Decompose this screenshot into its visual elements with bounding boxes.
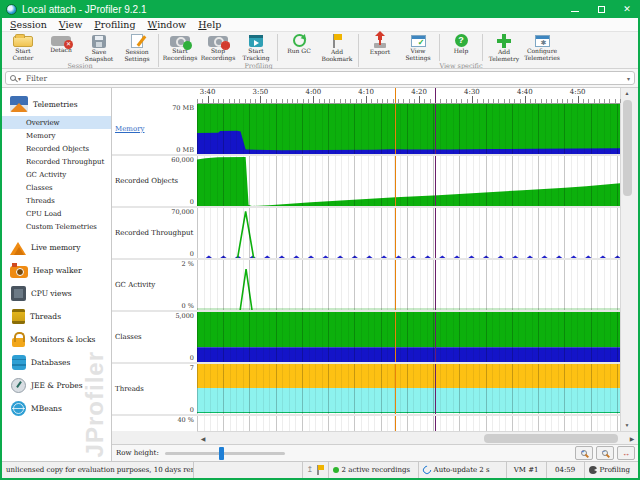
fit-timeline-button[interactable]: ↔ — [617, 446, 635, 460]
pin-icon[interactable]: ↥ — [307, 466, 314, 474]
sidebar-item-recorded-objects[interactable]: Recorded Objects — [2, 142, 111, 155]
menu-window[interactable]: Window — [142, 19, 193, 30]
maximize-button[interactable] — [588, 0, 614, 18]
toolbar-button-label: Save Snapshot — [80, 49, 118, 62]
toolbar-button-label: Add Bookmark — [318, 49, 356, 62]
sidebar-item-databases[interactable]: Databases — [2, 351, 111, 374]
sidebar-item-jee-probes[interactable]: JEE & Probes — [2, 374, 111, 397]
horizontal-scroll-track[interactable] — [209, 434, 626, 443]
vertical-scrollbar[interactable]: ▲ ▼ — [620, 88, 633, 431]
axis-major-tick — [208, 96, 209, 103]
minimize-button[interactable] — [562, 0, 588, 18]
chart-plot-memory[interactable] — [197, 104, 620, 154]
sidebar-item-heap-walker[interactable]: Heap walker — [2, 259, 111, 282]
horizontal-scrollbar[interactable]: ◀ ▶ — [197, 431, 638, 444]
axis-minor-tick — [414, 99, 415, 103]
toolbar-detach-button[interactable]: Detach — [42, 33, 80, 62]
vertical-scroll-thumb[interactable] — [623, 100, 632, 196]
toolbar-session-settings-button[interactable]: Session Settings — [118, 33, 156, 62]
toolbar-stop-recordings-button[interactable]: Stop Recordings — [199, 33, 237, 62]
axis-minor-tick — [303, 99, 304, 103]
bookmark-line-orange — [395, 364, 396, 414]
y-axis-min: 0 — [190, 250, 194, 258]
sidebar-item-label: CPU views — [31, 289, 72, 298]
axis-minor-tick — [382, 99, 383, 103]
toolbar-add-bookmark-button[interactable]: Add Bookmark — [318, 33, 356, 62]
y-axis-min: 0 % — [182, 302, 194, 310]
bookmark-line-orange — [395, 104, 396, 154]
menu-help[interactable]: Help — [192, 19, 227, 30]
toolbar-configure-telemetries-button[interactable]: Configure Telemetries — [523, 33, 561, 62]
menu-profiling[interactable]: Profiling — [88, 19, 141, 30]
axis-minor-tick — [245, 99, 246, 103]
toolbar-view-settings-button[interactable]: View Settings — [399, 33, 437, 62]
sidebar-item-mbeans[interactable]: MBeans — [2, 397, 111, 420]
toolbar-button-label: Run GC — [287, 48, 311, 55]
y-axis-max: 2 % — [182, 260, 194, 268]
toolbar-start-center-button[interactable]: Start Center — [4, 33, 42, 62]
bookmark-flag-icon[interactable] — [316, 465, 323, 475]
sidebar-item-classes[interactable]: Classes — [2, 181, 111, 194]
row-height-label: Row height: — [116, 449, 159, 457]
axis-minor-tick — [340, 99, 341, 103]
sidebar-item-custom-telemetries[interactable]: Custom Telemetries — [2, 220, 111, 233]
chart-plot-gc-activity[interactable] — [197, 260, 620, 310]
axis-minor-tick — [456, 99, 457, 103]
scroll-right-arrow[interactable]: ▶ — [626, 435, 638, 442]
axis-minor-tick — [361, 99, 362, 103]
zoom-in-button[interactable]: + — [575, 446, 593, 460]
zoom-out-button[interactable]: − — [596, 446, 614, 460]
sidebar-item-live-memory[interactable]: Live memory — [2, 235, 111, 259]
menu-session[interactable]: Session — [4, 19, 53, 30]
toolbar-start-tracking-button[interactable]: Start Tracking — [237, 33, 275, 62]
sidebar-item-memory[interactable]: Memory — [2, 129, 111, 142]
toolbar-run-gc-button[interactable]: Run GC — [280, 33, 318, 62]
chart-label-gc-activity: GC Activity — [115, 281, 155, 289]
scroll-down-arrow[interactable]: ▼ — [625, 420, 630, 431]
toolbar-start-recordings-button[interactable]: Start Recordings — [161, 33, 199, 62]
axis-major-tick — [419, 96, 420, 103]
axis-major-tick — [366, 96, 367, 103]
chart-label-memory[interactable]: Memory — [115, 125, 144, 133]
filter-dropdown-chevron[interactable]: ▾ — [627, 75, 630, 82]
telemetry-row-recorded-throughput: Recorded Throughput70,0000 — [112, 208, 620, 260]
close-button[interactable]: ✕ — [614, 0, 640, 18]
sidebar-item-recorded-throughput[interactable]: Recorded Throughput — [2, 155, 111, 168]
sidebar-item-telemetries[interactable]: Telemetries — [2, 92, 111, 116]
axis-minor-tick — [324, 99, 325, 103]
uptime-clock: 04:59 — [547, 462, 585, 478]
chart-plot-classes[interactable] — [197, 312, 620, 362]
scroll-up-arrow[interactable]: ▲ — [625, 88, 630, 99]
sidebar-item-gc-activity[interactable]: GC Activity — [2, 168, 111, 181]
chevron-down-icon: ▾ — [18, 75, 21, 82]
sidebar-item-cpu-load[interactable]: CPU Load — [2, 207, 111, 220]
scroll-left-arrow[interactable]: ◀ — [197, 435, 209, 442]
sidebar-item-cpu-views[interactable]: CPU views — [2, 282, 111, 305]
auto-update-status[interactable]: Auto-update 2 s — [419, 462, 507, 478]
toolbar-save-snapshot-button[interactable]: Save Snapshot — [80, 33, 118, 62]
sidebar-item-label: Threads — [30, 312, 61, 321]
axis-minor-tick — [356, 99, 357, 103]
chart-plot-cpu-load[interactable] — [197, 416, 620, 431]
sidebar-item-threads[interactable]: Threads — [2, 305, 111, 328]
fit-icon: ↔ — [622, 449, 630, 458]
chart-plot-recorded-objects[interactable] — [197, 156, 620, 206]
sidebar-item-monitors-locks[interactable]: Monitors & locks — [2, 328, 111, 351]
chart-label-classes: Classes — [115, 333, 142, 341]
sidebar-item-threads[interactable]: Threads — [2, 194, 111, 207]
horizontal-scroll-thumb[interactable] — [484, 434, 617, 443]
telemetry-row-cpu-load: 40 % — [112, 416, 620, 431]
axis-tick-label: 4:50 — [570, 88, 586, 96]
sidebar-item-overview[interactable]: Overview — [2, 116, 111, 129]
filter-input[interactable]: ▾ Filter ▾ — [5, 71, 635, 85]
toolbar-add-telemetry-button[interactable]: Add Telemetry — [485, 33, 523, 62]
bookmark-line-orange — [395, 260, 396, 310]
menu-view[interactable]: View — [53, 19, 89, 30]
toolbar-help-button[interactable]: ?Help — [442, 33, 480, 62]
chart-plot-recorded-throughput[interactable] — [197, 208, 620, 258]
chart-plot-threads[interactable] — [197, 364, 620, 414]
row-height-slider[interactable] — [165, 452, 285, 455]
export-icon — [373, 34, 387, 48]
toolbar-export-button[interactable]: Export — [361, 33, 399, 62]
row-height-slider-thumb[interactable] — [219, 447, 224, 460]
